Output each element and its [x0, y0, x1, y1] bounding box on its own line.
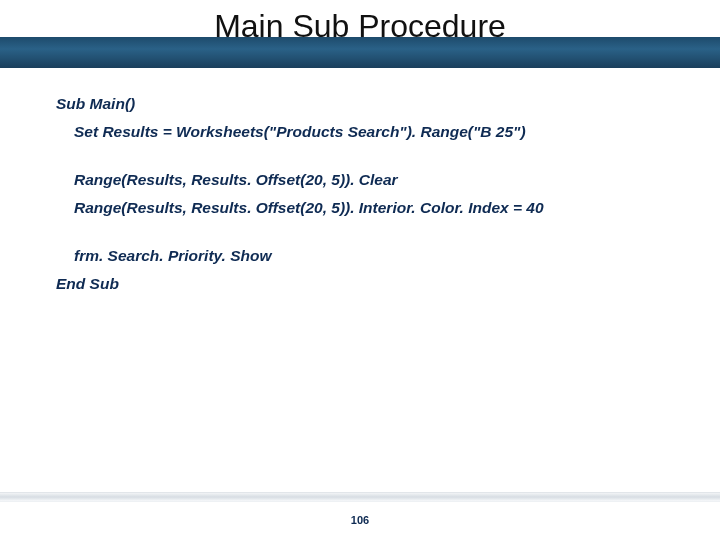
code-line: Range(Results, Results. Offset(20, 5)). …	[56, 196, 666, 220]
code-line: Range(Results, Results. Offset(20, 5)). …	[56, 168, 666, 192]
page-number: 106	[0, 514, 720, 526]
footer-divider	[0, 492, 720, 502]
code-line: End Sub	[56, 272, 666, 296]
blank-line	[56, 224, 666, 244]
code-line: Sub Main()	[56, 92, 666, 116]
slide: Main Sub Procedure Sub Main() Set Result…	[0, 0, 720, 540]
code-block: Sub Main() Set Results = Worksheets("Pro…	[56, 92, 666, 300]
blank-line	[56, 148, 666, 168]
code-line: frm. Search. Priority. Show	[56, 244, 666, 268]
code-line: Set Results = Worksheets("Products Searc…	[56, 120, 666, 144]
slide-title: Main Sub Procedure	[0, 8, 720, 45]
